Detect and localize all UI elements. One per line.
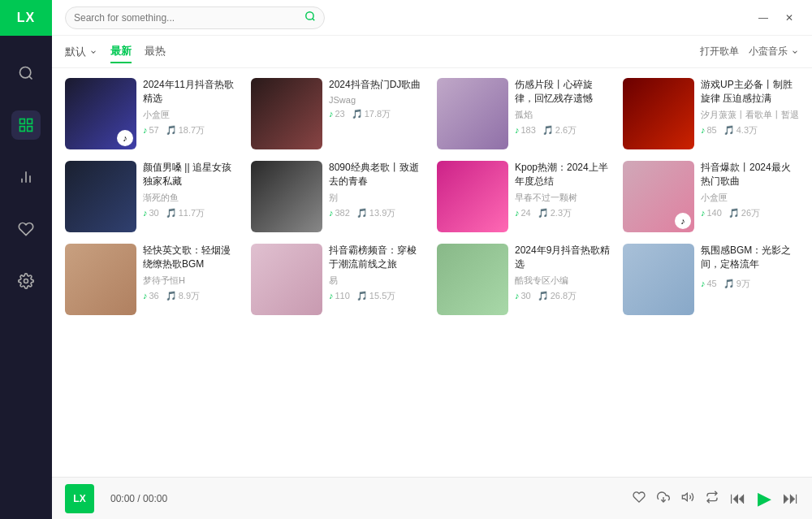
playlist-card[interactable]: 轻快英文歌：轻烟漫绕缭热歌BGM梦待予恒H♪ 36🎵 8.9万 bbox=[65, 244, 240, 315]
svg-rect-3 bbox=[28, 119, 32, 124]
playlist-song-count: ♪ 183 bbox=[515, 124, 536, 136]
minimize-button[interactable]: — bbox=[754, 8, 773, 28]
play-button[interactable]: ▶ bbox=[758, 488, 771, 509]
playlist-play-count: 🎵 4.3万 bbox=[723, 124, 758, 136]
playlist-author: 渐死的鱼 bbox=[143, 192, 240, 204]
playlist-info: 2024抖音热门DJ歌曲JSwag♪ 23🎵 17.8万 bbox=[329, 78, 425, 120]
playlist-stats: ♪ 24🎵 2.3万 bbox=[515, 207, 611, 219]
search-submit-icon[interactable] bbox=[304, 11, 316, 24]
playlist-title: 2024年11月抖音热歌精选 bbox=[143, 78, 240, 106]
svg-point-9 bbox=[24, 279, 28, 283]
playlist-card[interactable]: ♪抖音爆款丨2024最火热门歌曲小盒匣♪ 140🎵 26万 bbox=[623, 161, 799, 232]
playlist-play-count: 🎵 26.8万 bbox=[538, 290, 577, 302]
playlist-title: 游戏UP主必备丨制胜旋律 压迫感拉满 bbox=[701, 78, 799, 106]
search-box[interactable] bbox=[65, 6, 325, 29]
playlist-title: 2024抖音热门DJ歌曲 bbox=[329, 78, 425, 92]
playlist-card[interactable]: 伤感片段丨心碎旋律，回忆残存遗憾孤焰♪ 183🎵 2.6万 bbox=[437, 78, 611, 149]
playlist-author: 易 bbox=[329, 275, 425, 287]
playlist-song-count: ♪ 30 bbox=[143, 207, 159, 219]
nav-tab-hot[interactable]: 最热 bbox=[145, 41, 166, 63]
sidebar-settings-icon[interactable] bbox=[11, 266, 41, 296]
playlist-play-count: 🎵 11.7万 bbox=[166, 207, 205, 219]
playlist-info: 8090经典老歌丨致逝去的青春别♪ 382🎵 13.9万 bbox=[329, 161, 425, 219]
playlist-stats: ♪ 45🎵 9万 bbox=[701, 278, 799, 290]
playlist-play-count: 🎵 2.3万 bbox=[538, 207, 572, 219]
playlist-thumbnail: ♪ bbox=[65, 78, 136, 149]
nav-tabs: 默认 最新 最热 打开歌单 小蛮音乐 bbox=[52, 36, 812, 68]
playlist-author: 孤焰 bbox=[515, 109, 611, 121]
playlist-info: 伤感片段丨心碎旋律，回忆残存遗憾孤焰♪ 183🎵 2.6万 bbox=[515, 78, 611, 136]
playlist-thumbnail bbox=[65, 161, 136, 232]
playlist-card[interactable]: 氛围感BGM：光影之间，定格流年♪ 45🎵 9万 bbox=[623, 244, 799, 315]
playlist-author: 别 bbox=[329, 192, 425, 204]
open-playlist-button[interactable]: 打开歌单 bbox=[700, 45, 739, 58]
playlist-play-count: 🎵 9万 bbox=[723, 278, 750, 290]
playlist-info: 轻快英文歌：轻烟漫绕缭热歌BGM梦待予恒H♪ 36🎵 8.9万 bbox=[143, 244, 240, 302]
playlist-thumbnail bbox=[251, 78, 322, 149]
playlist-song-count: ♪ 57 bbox=[143, 124, 159, 136]
repeat-button[interactable] bbox=[706, 491, 719, 507]
like-button[interactable] bbox=[633, 491, 646, 507]
sidebar-playlist-icon[interactable] bbox=[11, 110, 41, 140]
player-controls: ⏮ ▶ ⏭ bbox=[633, 488, 799, 509]
download-button[interactable] bbox=[657, 491, 670, 507]
brand-selector[interactable]: 小蛮音乐 bbox=[749, 45, 799, 58]
sidebar-chart-icon[interactable] bbox=[11, 162, 41, 192]
playlist-stats: ♪ 36🎵 8.9万 bbox=[143, 290, 240, 302]
playlist-grid: ♪2024年11月抖音热歌精选小盒匣♪ 57🎵 18.7万2024抖音热门DJ歌… bbox=[65, 78, 799, 315]
playlist-card[interactable]: 2024年9月抖音热歌精选酷我专区小编♪ 30🎵 26.8万 bbox=[437, 244, 611, 315]
svg-rect-5 bbox=[28, 127, 32, 132]
playlist-author: 汐月蒎蒎丨看歌单丨暂退 bbox=[701, 109, 799, 121]
playlist-info: 抖音霸榜频音：穿梭于潮流前线之旅易♪ 110🎵 15.5万 bbox=[329, 244, 425, 302]
playlist-title: 抖音霸榜频音：穿梭于潮流前线之旅 bbox=[329, 244, 425, 271]
playlist-play-count: 🎵 15.5万 bbox=[356, 290, 395, 302]
content-area: ♪2024年11月抖音热歌精选小盒匣♪ 57🎵 18.7万2024抖音热门DJ歌… bbox=[52, 68, 812, 477]
playlist-play-count: 🎵 17.8万 bbox=[352, 108, 391, 120]
playlist-play-count: 🎵 13.9万 bbox=[356, 207, 395, 219]
playlist-card[interactable]: 2024抖音热门DJ歌曲JSwag♪ 23🎵 17.8万 bbox=[251, 78, 425, 149]
topbar: — ✕ bbox=[52, 0, 812, 36]
playlist-info: 氛围感BGM：光影之间，定格流年♪ 45🎵 9万 bbox=[701, 244, 799, 290]
playlist-card[interactable]: 抖音霸榜频音：穿梭于潮流前线之旅易♪ 110🎵 15.5万 bbox=[251, 244, 425, 315]
sidebar-logo: LX bbox=[0, 0, 52, 36]
playlist-info: 颜值男嗓 || 追星女孩独家私藏渐死的鱼♪ 30🎵 11.7万 bbox=[143, 161, 240, 219]
playlist-author: 小盒匣 bbox=[143, 109, 240, 121]
playlist-thumbnail bbox=[437, 161, 508, 232]
player-time: 00:00 / 00:00 bbox=[110, 493, 167, 504]
playlist-card[interactable]: 8090经典老歌丨致逝去的青春别♪ 382🎵 13.9万 bbox=[251, 161, 425, 232]
search-input[interactable] bbox=[74, 12, 300, 24]
next-button[interactable]: ⏭ bbox=[783, 489, 799, 508]
volume-button[interactable] bbox=[681, 491, 694, 507]
playlist-thumbnail bbox=[437, 78, 508, 149]
playlist-title: 颜值男嗓 || 追星女孩独家私藏 bbox=[143, 161, 240, 188]
playlist-song-count: ♪ 85 bbox=[701, 124, 717, 136]
nav-tab-latest[interactable]: 最新 bbox=[110, 41, 132, 63]
playlist-song-count: ♪ 140 bbox=[701, 207, 722, 219]
playlist-title: Kpop热潮：2024上半年度总结 bbox=[515, 161, 611, 188]
playlist-card[interactable]: ♪2024年11月抖音热歌精选小盒匣♪ 57🎵 18.7万 bbox=[65, 78, 240, 149]
playlist-thumbnail bbox=[251, 161, 322, 232]
playlist-thumbnail bbox=[623, 78, 694, 149]
playlist-song-count: ♪ 24 bbox=[515, 207, 531, 219]
playlist-author: 梦待予恒H bbox=[143, 275, 240, 287]
nav-default-dropdown[interactable]: 默认 bbox=[65, 45, 97, 59]
playlist-title: 8090经典老歌丨致逝去的青春 bbox=[329, 161, 425, 188]
playlist-author: 酷我专区小编 bbox=[515, 275, 611, 287]
playlist-song-count: ♪ 30 bbox=[515, 290, 531, 302]
playlist-info: 2024年11月抖音热歌精选小盒匣♪ 57🎵 18.7万 bbox=[143, 78, 240, 136]
playlist-card[interactable]: 颜值男嗓 || 追星女孩独家私藏渐死的鱼♪ 30🎵 11.7万 bbox=[65, 161, 240, 232]
playlist-card[interactable]: Kpop热潮：2024上半年度总结早春不过一颗树♪ 24🎵 2.3万 bbox=[437, 161, 611, 232]
playlist-info: 游戏UP主必备丨制胜旋律 压迫感拉满汐月蒎蒎丨看歌单丨暂退♪ 85🎵 4.3万 bbox=[701, 78, 799, 136]
sidebar-icons bbox=[11, 36, 41, 519]
playlist-thumbnail bbox=[65, 244, 136, 315]
playlist-stats: ♪ 85🎵 4.3万 bbox=[701, 124, 799, 136]
playlist-thumbnail bbox=[437, 244, 508, 315]
playlist-card[interactable]: 游戏UP主必备丨制胜旋律 压迫感拉满汐月蒎蒎丨看歌单丨暂退♪ 85🎵 4.3万 bbox=[623, 78, 799, 149]
player-bar: LX 00:00 / 00:00 ⏮ ▶ ⏭ bbox=[52, 477, 812, 519]
sidebar-search-icon[interactable] bbox=[11, 58, 41, 88]
sidebar-heart-icon[interactable] bbox=[11, 214, 41, 244]
svg-line-1 bbox=[29, 76, 32, 80]
close-button[interactable]: ✕ bbox=[780, 8, 799, 28]
prev-button[interactable]: ⏮ bbox=[730, 489, 746, 508]
main-panel: — ✕ 默认 最新 最热 打开歌单 小蛮音乐 ♪2024年11月抖音热歌精选小盒… bbox=[52, 0, 812, 519]
